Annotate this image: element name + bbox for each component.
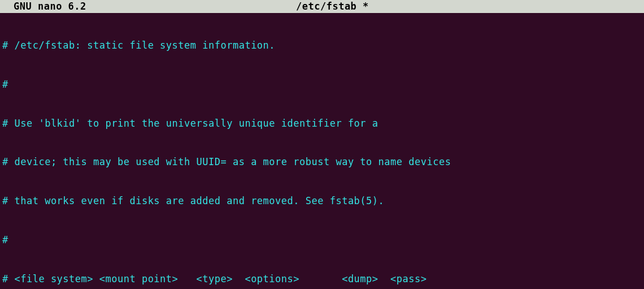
title-bar: GNU nano 6.2 /etc/fstab * <box>0 0 644 13</box>
app-name: GNU nano 6.2 <box>2 0 228 13</box>
content-line: # device; this may be used with UUID= as… <box>2 156 642 169</box>
editor-content[interactable]: # /etc/fstab: static file system informa… <box>0 13 644 289</box>
content-line: # <box>2 234 642 247</box>
content-line: # <box>2 78 642 91</box>
content-line: # <file system> <mount point> <type> <op… <box>2 273 642 286</box>
content-line: # /etc/fstab: static file system informa… <box>2 39 642 52</box>
content-line: # that works even if disks are added and… <box>2 195 642 208</box>
file-name: /etc/fstab * <box>228 0 642 13</box>
content-line: # Use 'blkid' to print the universally u… <box>2 117 642 130</box>
